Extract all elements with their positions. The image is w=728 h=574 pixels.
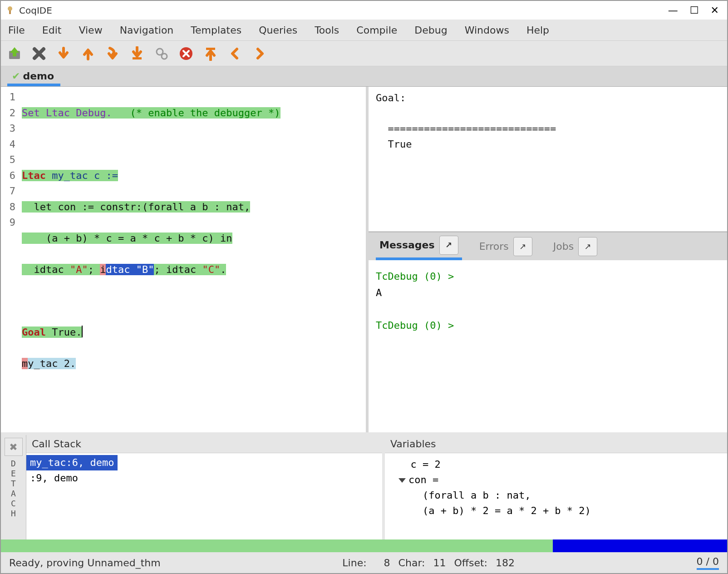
detach-errors-button[interactable]: ↗ bbox=[513, 237, 532, 256]
menu-queries[interactable]: Queries bbox=[256, 23, 300, 38]
window-title: CoqIDE bbox=[19, 5, 668, 16]
stop-button[interactable] bbox=[177, 45, 195, 63]
svg-rect-1 bbox=[9, 10, 11, 14]
check-icon: ✔ bbox=[12, 70, 20, 82]
main-split: 1 2 3 4 5 6 7 8 9 Set Ltac Debug. (* ena… bbox=[1, 86, 727, 432]
progress-bar bbox=[1, 539, 727, 552]
status-line-label: Line: bbox=[342, 557, 366, 569]
callstack-panel: Call Stack my_tac:6, demo :9, demo bbox=[26, 435, 385, 539]
run-to-cursor-button[interactable] bbox=[103, 45, 122, 63]
status-line-value: 8 bbox=[384, 557, 390, 569]
stack-row[interactable]: :9, demo bbox=[26, 470, 382, 486]
debug-section: ✖ DETACH Call Stack my_tac:6, demo :9, d… bbox=[1, 432, 727, 539]
title-bar: CoqIDE — ☐ ✕ bbox=[1, 1, 727, 20]
svg-rect-3 bbox=[133, 57, 142, 59]
menu-view[interactable]: View bbox=[76, 23, 105, 38]
menu-edit[interactable]: Edit bbox=[39, 23, 64, 38]
stack-row-selected[interactable]: my_tac:6, demo bbox=[26, 455, 118, 470]
retract-to-start-button[interactable] bbox=[202, 45, 220, 63]
tab-errors[interactable]: Errors ↗ bbox=[476, 234, 536, 259]
detach-column: ✖ DETACH bbox=[1, 435, 26, 539]
menu-bar: File Edit View Navigation Templates Quer… bbox=[1, 20, 727, 41]
backward-one-button[interactable] bbox=[79, 45, 97, 63]
variables-body: c = 2 con = (forall a b : nat, (a + b) *… bbox=[385, 453, 727, 539]
tab-label: demo bbox=[23, 70, 54, 82]
progress-remaining bbox=[553, 539, 727, 552]
right-pane: Goal: ============================ True … bbox=[369, 87, 727, 432]
progress-processed bbox=[1, 539, 553, 552]
line-numbers: 1 2 3 4 5 6 7 8 9 bbox=[1, 87, 20, 432]
menu-tools[interactable]: Tools bbox=[312, 23, 342, 38]
menu-help[interactable]: Help bbox=[524, 23, 552, 38]
detach-messages-button[interactable]: ↗ bbox=[439, 236, 458, 255]
svg-point-5 bbox=[162, 54, 167, 59]
app-icon bbox=[5, 5, 15, 16]
variables-header: Variables bbox=[385, 435, 727, 453]
variables-panel: Variables c = 2 con = (forall a b : nat,… bbox=[385, 435, 727, 539]
forward-one-button[interactable] bbox=[54, 45, 73, 63]
detach-jobs-button[interactable]: ↗ bbox=[578, 237, 597, 256]
menu-debug[interactable]: Debug bbox=[412, 23, 450, 38]
editor-pane: 1 2 3 4 5 6 7 8 9 Set Ltac Debug. (* ena… bbox=[1, 87, 369, 432]
detach-label: DETACH bbox=[11, 459, 16, 519]
discard-button[interactable] bbox=[30, 45, 48, 63]
goal-label: Goal: bbox=[376, 92, 406, 104]
status-char-value: 11 bbox=[433, 557, 446, 569]
detach-close-button[interactable]: ✖ bbox=[5, 438, 23, 456]
tab-demo[interactable]: ✔ demo bbox=[7, 68, 60, 86]
menu-templates[interactable]: Templates bbox=[188, 23, 244, 38]
menu-compile[interactable]: Compile bbox=[354, 23, 400, 38]
minimize-icon[interactable]: — bbox=[668, 5, 678, 15]
status-message: Ready, proving Unnamed_thm bbox=[9, 557, 161, 569]
menu-windows[interactable]: Windows bbox=[462, 23, 512, 38]
expand-icon[interactable] bbox=[398, 478, 406, 483]
callstack-body[interactable]: my_tac:6, demo :9, demo bbox=[26, 453, 382, 539]
settings-button[interactable] bbox=[152, 45, 171, 63]
next-button[interactable] bbox=[251, 45, 269, 63]
status-ratio: 0 / 0 bbox=[697, 556, 719, 570]
toolbar bbox=[1, 41, 727, 66]
menu-navigation[interactable]: Navigation bbox=[117, 23, 177, 38]
status-char-label: Char: bbox=[398, 557, 425, 569]
status-offset-value: 182 bbox=[496, 557, 515, 569]
close-icon[interactable]: ✕ bbox=[711, 5, 719, 15]
tab-jobs[interactable]: Jobs ↗ bbox=[550, 234, 601, 259]
message-tabs: Messages ↗ Errors ↗ Jobs ↗ bbox=[369, 232, 727, 260]
code-editor[interactable]: Set Ltac Debug. (* enable the debugger *… bbox=[20, 87, 366, 432]
svg-point-0 bbox=[8, 6, 12, 11]
document-tabs: ✔ demo bbox=[1, 66, 727, 86]
save-button[interactable] bbox=[5, 45, 24, 63]
callstack-header: Call Stack bbox=[26, 435, 382, 453]
goal-pane: Goal: ============================ True bbox=[369, 87, 727, 232]
messages-panel: TcDebug (0) > A TcDebug (0) > bbox=[369, 260, 727, 432]
maximize-icon[interactable]: ☐ bbox=[690, 5, 699, 15]
run-to-end-button[interactable] bbox=[128, 45, 146, 63]
status-offset-label: Offset: bbox=[454, 557, 487, 569]
goal-body: True bbox=[376, 139, 412, 150]
goal-separator: ============================ bbox=[376, 123, 556, 134]
menu-file[interactable]: File bbox=[5, 23, 28, 38]
prev-button[interactable] bbox=[226, 45, 244, 63]
tab-messages[interactable]: Messages ↗ bbox=[376, 233, 462, 260]
status-bar: Ready, proving Unnamed_thm Line: 8 Char:… bbox=[1, 552, 727, 573]
